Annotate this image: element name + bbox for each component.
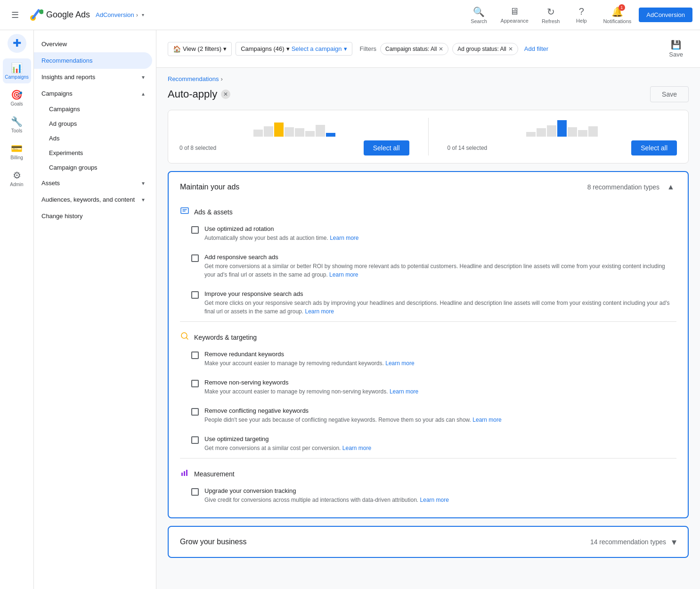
close-autoapply-button[interactable]: ✕ xyxy=(221,90,230,99)
bar xyxy=(326,133,335,137)
learn-more-opt-targeting[interactable]: Learn more xyxy=(342,445,371,451)
nav-sub-ads[interactable]: Ads xyxy=(34,131,152,146)
bar xyxy=(264,126,273,137)
selection-count-1: 0 of 8 selected xyxy=(179,145,216,151)
ad-group-status-filter[interactable]: Ad group status: All ✕ xyxy=(452,43,518,55)
page-breadcrumb: Recommendations › xyxy=(168,75,689,82)
bar xyxy=(588,126,598,137)
rec-item-add-responsive: Add responsive search ads Get more conve… xyxy=(169,248,688,285)
nav-item-campaigns-parent[interactable]: Campaigns ▴ xyxy=(34,85,152,102)
grow-section: Grow your business 14 recommendation typ… xyxy=(168,526,689,558)
rec-item-title-upgrade-conversion: Upgrade your conversion tracking xyxy=(204,487,676,494)
bar xyxy=(285,127,294,137)
sidebar-item-create[interactable]: ✚ xyxy=(8,34,26,53)
help-icon: ? xyxy=(579,6,584,17)
filters-bar: 🏠 View (2 filters) ▾ Campaigns (46) ▾ Se… xyxy=(156,30,700,68)
learn-more-remove-conflicting[interactable]: Learn more xyxy=(472,417,501,423)
billing-icon: 💳 xyxy=(11,143,23,154)
left-navigation: Overview Recommendations Insights and re… xyxy=(34,30,156,589)
learn-more-remove-non-serving[interactable]: Learn more xyxy=(390,388,418,395)
checkbox-upgrade-conversion[interactable] xyxy=(191,488,199,496)
nav-sub-campaign-groups[interactable]: Campaign groups xyxy=(34,160,152,175)
sidebar-item-admin[interactable]: ⚙ Admin xyxy=(3,166,31,191)
campaign-status-filter[interactable]: Campaign status: All ✕ xyxy=(380,43,448,55)
sidebar-item-billing[interactable]: 💳 Billing xyxy=(3,139,31,164)
nav-item-assets[interactable]: Assets ▾ xyxy=(34,175,152,191)
checkbox-remove-conflicting[interactable] xyxy=(191,408,199,416)
nav-sub-experiments[interactable]: Experiments xyxy=(34,146,152,160)
selection-card: 0 of 8 selected Select all xyxy=(168,110,689,164)
checkbox-add-responsive[interactable] xyxy=(191,254,199,262)
view-filters-dropdown[interactable]: 🏠 View (2 filters) ▾ xyxy=(168,42,232,56)
checkbox-remove-non-serving[interactable] xyxy=(191,380,199,387)
filters-label: Filters xyxy=(360,45,376,52)
google-ads-logo-icon xyxy=(28,8,43,23)
ad-group-status-close[interactable]: ✕ xyxy=(508,46,513,52)
svg-rect-6 xyxy=(186,470,187,476)
breadcrumb-recommendations-link[interactable]: Recommendations xyxy=(168,75,219,82)
bar xyxy=(274,123,284,137)
account-dropdown-arrow[interactable]: ▾ xyxy=(142,12,144,17)
learn-more-opt-ad-rotation[interactable]: Learn more xyxy=(330,235,358,241)
breadcrumb-account[interactable]: AdConversion xyxy=(96,11,134,18)
rec-item-desc-remove-conflicting: People didn't see your ads because of co… xyxy=(204,416,676,424)
nav-item-insights[interactable]: Insights and reports ▾ xyxy=(34,69,152,85)
notification-badge: 1 xyxy=(619,4,625,11)
nav-item-change-history[interactable]: Change history xyxy=(34,208,152,224)
learn-more-remove-redundant[interactable]: Learn more xyxy=(385,360,414,367)
rec-item-title-opt-ad-rotation: Use optimized ad rotation xyxy=(204,225,676,232)
nav-sub-ad-groups[interactable]: Ad groups xyxy=(34,116,152,131)
app-logo: Google Ads xyxy=(28,8,90,23)
help-button[interactable]: ? Help xyxy=(567,2,595,27)
sidebar-item-tools[interactable]: 🔧 Tools xyxy=(3,112,31,137)
nav-item-audiences[interactable]: Audiences, keywords, and content ▾ xyxy=(34,191,152,208)
checkbox-opt-ad-rotation[interactable] xyxy=(191,226,199,234)
bar xyxy=(253,130,263,137)
checkbox-remove-redundant[interactable] xyxy=(191,352,199,359)
search-icon: 🔍 xyxy=(473,6,485,17)
maintain-collapse-button[interactable]: ▲ xyxy=(665,181,676,193)
checkbox-opt-targeting[interactable] xyxy=(191,436,199,444)
appearance-button[interactable]: 🖥 Appearance xyxy=(495,2,534,27)
learn-more-add-responsive[interactable]: Learn more xyxy=(329,271,358,278)
sidebar-item-goals[interactable]: 🎯 Goals xyxy=(3,85,31,110)
nav-item-overview[interactable]: Overview xyxy=(34,36,152,52)
search-button[interactable]: 🔍 Search xyxy=(465,2,493,28)
top-navigation: ☰ Google Ads AdConversion › ▾ 🔍 Search 🖥… xyxy=(0,0,700,30)
svg-rect-4 xyxy=(181,473,183,476)
select-all-button-2[interactable]: Select all xyxy=(631,140,677,155)
rec-item-improve-responsive: Improve your responsive search ads Get m… xyxy=(169,285,688,321)
campaigns-dropdown[interactable]: Campaigns (46) ▾ Select a campaign ▾ xyxy=(236,42,352,56)
main-content: 🏠 View (2 filters) ▾ Campaigns (46) ▾ Se… xyxy=(156,30,700,589)
rec-item-remove-redundant: Remove redundant keywords Make your acco… xyxy=(169,345,688,373)
notifications-button[interactable]: 🔔 1 Notifications xyxy=(597,2,637,28)
select-all-button-1[interactable]: Select all xyxy=(364,140,409,155)
nav-sub-campaigns[interactable]: Campaigns xyxy=(34,102,152,116)
add-filter-link[interactable]: Add filter xyxy=(522,43,551,55)
save-icon: 💾 xyxy=(671,40,681,50)
learn-more-upgrade-conversion[interactable]: Learn more xyxy=(420,497,449,503)
bar xyxy=(578,130,587,137)
hamburger-menu[interactable]: ☰ xyxy=(8,6,23,24)
rec-item-desc-opt-ad-rotation: Automatically show your best ads at auct… xyxy=(204,234,676,242)
sidebar-item-campaigns[interactable]: 📊 Campaigns xyxy=(3,58,31,83)
refresh-button[interactable]: ↻ Refresh xyxy=(536,2,566,28)
grow-section-header[interactable]: Grow your business 14 recommendation typ… xyxy=(169,527,688,557)
page-title-text: Auto-apply xyxy=(168,88,217,100)
campaigns-icon: 📊 xyxy=(11,62,23,74)
save-button-main[interactable]: Save xyxy=(650,86,689,102)
grow-expand-button[interactable]: ▾ xyxy=(672,536,676,548)
maintain-section-header[interactable]: Maintain your ads 8 recommendation types… xyxy=(169,172,688,202)
account-button[interactable]: AdConversion xyxy=(639,8,692,22)
save-button-top[interactable]: 💾 Save xyxy=(663,36,689,62)
bar xyxy=(526,132,536,137)
audiences-collapse-icon: ▾ xyxy=(142,196,145,203)
campaign-status-close[interactable]: ✕ xyxy=(439,46,443,52)
svg-rect-5 xyxy=(184,471,185,476)
ads-assets-icon xyxy=(180,206,189,218)
keywords-targeting-icon xyxy=(180,331,189,343)
nav-item-recommendations[interactable]: Recommendations xyxy=(34,52,152,69)
learn-more-improve-responsive[interactable]: Learn more xyxy=(305,308,334,315)
checkbox-improve-responsive[interactable] xyxy=(191,291,199,299)
refresh-icon: ↻ xyxy=(547,6,555,17)
